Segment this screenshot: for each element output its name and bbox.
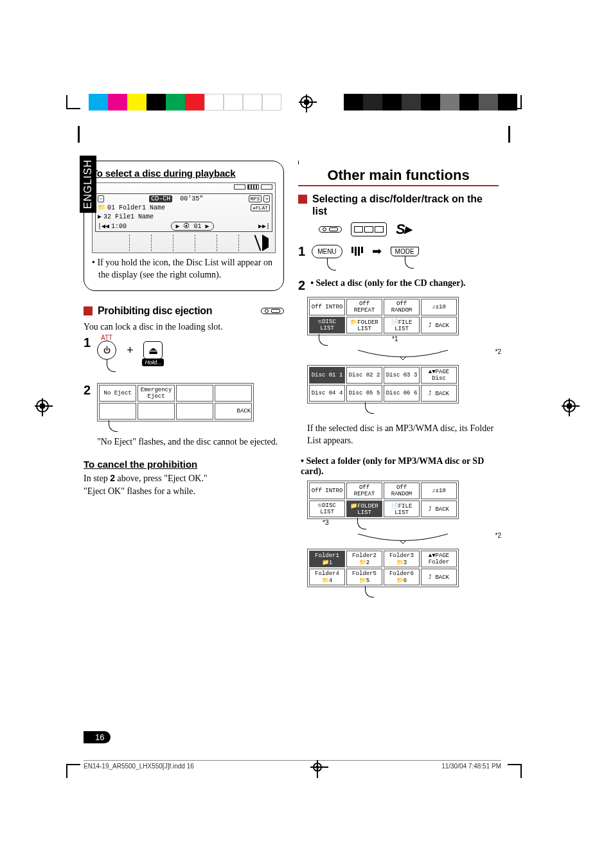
section-title: Prohibiting disc ejection [98,305,212,317]
crop-mark [66,764,80,778]
step2a-text: • Select a disc (only for the CD changer… [310,278,465,293]
color-bar-left [89,94,281,111]
menu-button-icon: MENU [312,245,342,258]
crop-bar [508,126,510,143]
lcd-screenshot: − CD-CH 00'35" MP3 + 📁01 Folder1 Name ★F… [92,182,276,253]
step-number-2: 2 [84,383,91,398]
annotation: *2 [495,532,501,539]
right-column: Other main functions Selecting a disc/fo… [298,161,499,600]
footer-file: EN14-19_AR5500_LHX550[J]f.indd 16 [84,763,194,772]
arrow-right-icon [262,235,272,251]
crop-mark [508,764,522,778]
eject-button-icon: ⏏ Hold... [143,341,163,359]
softkey-grid-disc-list: Disc 01 1Disc 02 2Disc 03 3▲▼PAGE Disc D… [307,365,459,403]
registration-target-icon [300,96,313,109]
color-bar-right [344,94,517,111]
touch-pointer-icon [365,402,374,414]
step2-note: "No Eject" flashes, and the disc cannot … [97,436,284,448]
annotation: *2 [495,348,501,355]
section-body: You can lock a disc in the loading slot. [84,321,284,333]
registration-target-icon [563,400,576,412]
select-disc-box: To select a disc during playback − CD-CH… [84,161,284,291]
box-title: To select a disc during playback [92,168,276,179]
step-number-1: 1 [84,335,91,350]
section-bullet-icon [84,306,93,315]
sd-card-icon: S▸ [396,221,410,238]
annotation: *1 [392,335,398,342]
disc-slot-icon [261,308,284,314]
sound-bars-icon [351,247,363,256]
registration-target-icon [36,400,49,412]
arrow-right-icon: ➡ [372,244,382,258]
language-tab: ENGLISH [80,155,96,213]
down-arrow-icon: *2 [307,532,499,546]
disc-stack-icon [351,222,387,236]
left-column: To select a disc during playback − CD-CH… [84,161,284,600]
step-number-2: 2 [298,278,305,293]
touch-pointer-icon [319,334,328,346]
cancel-title: To cancel the prohibition [84,459,284,470]
media-icons-row: S▸ [319,221,499,238]
step-number-1: 1 [298,244,305,259]
touch-pointer-icon [365,586,374,598]
print-footer: EN14-19_AR5500_LHX550[J]f.indd 16 11/30/… [84,760,501,772]
disc-slot-icon [319,226,342,233]
softkey-grid-folder-menu: Off INTROOff REPEATOff RANDOM♪±10 ⦸DISC … [307,481,459,519]
plus-icon: + [127,344,133,357]
touch-pointer-icon [109,420,118,432]
note-text: If the selected disc is an MP3/WMA disc,… [307,423,499,447]
subsection-title: Selecting a disc/folder/track on the lis… [312,193,499,217]
cancel-body: In step 2 above, press "Eject OK." "Ejec… [84,472,284,497]
footer-date: 11/30/04 7:48:51 PM [441,763,501,772]
main-header: Other main functions [298,164,499,186]
registration-target-icon [313,763,322,772]
crop-bar [78,126,80,143]
touch-pointer-icon [357,518,366,529]
annotation: *3 [323,519,328,526]
power-button-icon: ATT ⏻ [97,341,116,360]
crop-mark [66,95,80,109]
note-text: • If you hold the icon, the Disc List wi… [92,257,276,281]
mode-button-icon: MODE [391,247,419,256]
page-number: 16 [84,731,111,743]
down-arrow-icon: *2 [307,348,499,362]
softkey-grid-disc-menu: Off INTROOff REPEATOff RANDOM♪±10 ⦸DISC … [307,297,459,335]
section-bullet-icon [298,195,307,204]
step2b-text: • Select a folder (only for MP3/WMA disc… [301,456,499,477]
softkey-grid-folder-list: Folder1 📁1Folder2 📁2Folder3 📁3▲▼PAGE Fol… [307,549,459,587]
softkey-grid-noeject: No Eject Emergency Eject BACK [97,383,254,421]
